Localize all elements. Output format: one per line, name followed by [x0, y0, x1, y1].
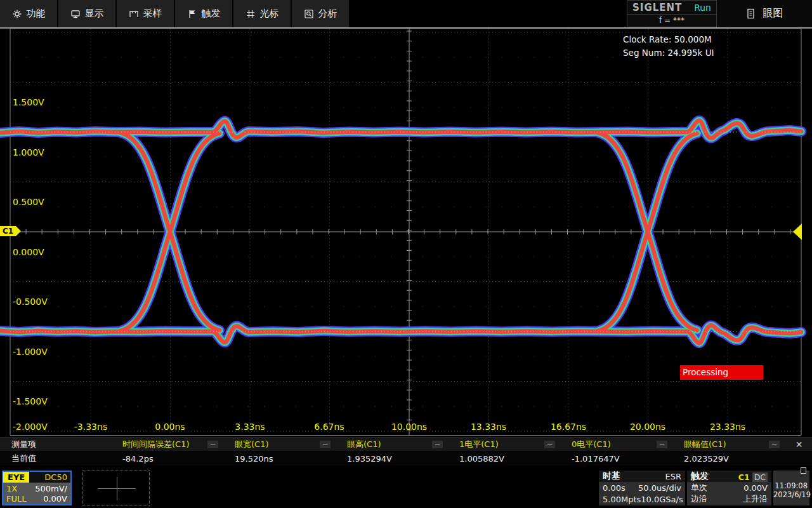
channel-coupling: DC50	[44, 472, 70, 482]
trigger-type: 边沿	[691, 493, 707, 505]
timebase-scale: 50.0us/div	[638, 483, 681, 493]
measurement-column-header: 眼宽(C1)−	[225, 439, 337, 450]
t-axis-label: 16.67ns	[551, 422, 586, 432]
probe-attenuation: 1X	[6, 484, 17, 493]
acquisition-status-box: SIGLENT Run f = ***	[627, 0, 717, 27]
t-axis-label: 10.00ns	[391, 422, 427, 432]
timebase-descriptor-box[interactable]: 时基 ESR 0.00s50.0us/div 5.00Mpts10.0GSa/s	[599, 471, 685, 505]
menu-item-label: 触发	[202, 8, 221, 20]
trigger-descriptor-box[interactable]: 触发 C1DC 单次0.00V 边沿上升沿	[687, 471, 771, 505]
sample-icon	[129, 9, 139, 19]
crosshair-icon	[117, 477, 117, 500]
t-axis-label: 0.00ns	[155, 422, 185, 432]
bottom-status-bar: EYE DC50 1X500mV/ FULL0.00V 时基 ESR 0.00s…	[0, 465, 812, 508]
menu-item-label: 光标	[260, 8, 279, 20]
flag-icon	[187, 9, 197, 19]
menu-item-label: 采样	[143, 8, 162, 20]
channel-offset-marker[interactable]: C1	[0, 226, 16, 236]
segment-count: Seg Num: 24.995k UI	[623, 46, 714, 60]
measurement-value: 1.005882V	[449, 454, 561, 464]
menu-item-acquire[interactable]: 采样	[117, 0, 174, 27]
t-axis-label: 20.00ns	[630, 422, 665, 432]
menu-item-function[interactable]: 功能	[0, 0, 57, 27]
trigger-mode: 单次	[691, 482, 707, 493]
collapse-measurement-button[interactable]: −	[320, 441, 331, 448]
menu-item-display[interactable]: 显示	[58, 0, 115, 27]
measurement-item-header: 测量项	[0, 439, 112, 450]
trigger-coupling: DC	[752, 472, 768, 482]
channel-name-badge: EYE	[3, 472, 29, 483]
clock-info-readout: Clock Rate: 50.000M Seg Num: 24.995k UI	[623, 33, 714, 60]
run-state-indicator[interactable]: Run	[694, 3, 711, 13]
menu-item-trigger[interactable]: 触发	[175, 0, 232, 27]
waveform-display-area: Clock Rate: 50.000M Seg Num: 24.995k UI …	[0, 29, 812, 436]
collapse-measurement-button[interactable]: −	[544, 441, 555, 448]
v-axis-label: 1.000V	[13, 147, 44, 157]
v-axis-label: -1.000V	[13, 347, 48, 357]
timebase-mode: ESR	[665, 472, 682, 481]
menu-item-cursor[interactable]: 光标	[233, 0, 291, 27]
measurement-column-header: 眼幅值(C1)−	[674, 439, 786, 450]
measurement-value: 2.023529V	[674, 454, 786, 464]
t-axis-label: 6.67ns	[314, 422, 344, 432]
processing-status-badge: Processing	[680, 365, 763, 380]
channel-descriptor-box[interactable]: EYE DC50 1X500mV/ FULL0.00V	[2, 471, 72, 505]
peripheral-icon	[801, 467, 806, 474]
menu-item-label: 分析	[318, 8, 337, 20]
add-channel-placeholder[interactable]	[82, 471, 150, 505]
menu-item-label: 显示	[85, 8, 104, 20]
t-axis-label: 3.33ns	[235, 422, 265, 432]
trigger-frequency-readout: f = ***	[627, 15, 716, 27]
analyze-icon	[304, 9, 314, 19]
trigger-slope: 上升沿	[743, 493, 768, 505]
menu-item-analysis[interactable]: 分析	[292, 0, 349, 27]
channel-offset: 0.00V	[43, 494, 67, 504]
t-axis-label: 23.33ns	[710, 422, 745, 432]
measurement-value: 1.935294V	[337, 454, 449, 464]
v-axis-label: 0.000V	[13, 247, 44, 257]
top-menubar: 功能 显示 采样 触发 光标 分析 SIGLENT Run f = *** 眼图	[0, 0, 812, 29]
t-axis-label: 13.33ns	[471, 422, 506, 432]
collapse-measurement-button[interactable]: −	[432, 441, 443, 448]
clock-date: 2023/6/19	[773, 490, 809, 499]
collapse-measurement-button[interactable]: −	[657, 441, 667, 448]
gear-icon	[12, 9, 22, 19]
bandwidth-limit: FULL	[6, 494, 26, 504]
eye-menu-label: 眼图	[763, 7, 783, 20]
v-axis-label: 1.500V	[13, 97, 44, 107]
memory-depth: 5.00Mpts	[603, 495, 641, 504]
trigger-source: C1	[738, 472, 750, 482]
v-axis-label: -1.500V	[13, 396, 48, 406]
collapse-measurement-button[interactable]: −	[769, 441, 780, 448]
measurement-column-header: 时间间隔误差(C1)−	[112, 439, 225, 450]
measurement-value: -1.017647V	[561, 454, 674, 464]
clock-rate: Clock Rate: 50.000M	[623, 33, 714, 46]
trigger-level-marker[interactable]	[785, 224, 802, 240]
clock-time: 11:09:08	[773, 481, 809, 490]
t-axis-label: -3.33ns	[74, 422, 107, 432]
close-measurement-table-button[interactable]: ✕	[786, 439, 812, 450]
measurement-table: 测量项 时间间隔误差(C1)− 眼宽(C1)− 眼高(C1)− 1电平(C1)−…	[0, 437, 812, 465]
eye-diagram-menu-button[interactable]: 眼图	[717, 0, 812, 27]
timebase-delay: 0.00s	[603, 483, 625, 493]
v-axis-label: -0.500V	[13, 297, 48, 307]
cursor-icon	[246, 9, 256, 19]
measurement-value: -84.2ps	[112, 454, 225, 464]
datetime-panel: 11:09:08 2023/6/19	[773, 471, 809, 505]
display-icon	[70, 9, 81, 19]
menubar-spacer	[350, 0, 627, 27]
list-icon	[746, 8, 756, 19]
measurement-column-header: 1电平(C1)−	[449, 439, 561, 450]
v-axis-label: 0.500V	[13, 197, 44, 207]
siglent-logo: SIGLENT	[632, 2, 682, 13]
v-axis-label: -2.000V	[13, 422, 48, 432]
sample-rate: 10.0GSa/s	[641, 495, 683, 504]
measurement-value-header: 当前值	[0, 453, 112, 464]
collapse-measurement-button[interactable]: −	[207, 441, 218, 448]
trigger-level: 0.00V	[743, 483, 768, 493]
menu-item-label: 功能	[27, 8, 46, 20]
measurement-column-header: 0电平(C1)−	[561, 439, 674, 450]
volts-per-div: 500mV/	[35, 484, 67, 493]
measurement-value: 19.520ns	[225, 454, 337, 464]
timebase-title: 时基	[603, 471, 620, 482]
